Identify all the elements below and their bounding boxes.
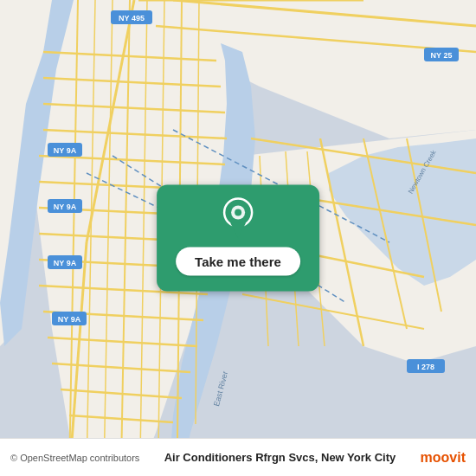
svg-text:NY 9A: NY 9A xyxy=(58,315,81,324)
bottom-bar: © OpenStreetMap contributors Air Conditi… xyxy=(0,438,476,476)
svg-text:NY 495: NY 495 xyxy=(119,14,145,23)
navigation-card[interactable]: Take me there xyxy=(157,185,319,292)
svg-text:NY 9A: NY 9A xyxy=(54,146,77,155)
navigation-overlay: Take me there xyxy=(157,185,319,292)
copyright-area: © OpenStreetMap contributors xyxy=(10,453,139,463)
map-container: NY 495 NY 9A NY 9A NY 9A NY 9A NY 25 I 2… xyxy=(0,0,476,476)
take-me-there-button[interactable]: Take me there xyxy=(176,248,300,276)
location-pin-icon xyxy=(221,197,255,239)
place-name: Air Conditioners Rfrgn Svcs, New York Ci… xyxy=(139,451,420,464)
svg-text:NY 9A: NY 9A xyxy=(54,203,77,211)
osm-copyright: © OpenStreetMap contributors xyxy=(10,453,139,463)
moovit-brand-text: moovit xyxy=(421,450,466,466)
svg-text:NY 9A: NY 9A xyxy=(54,259,77,267)
svg-text:I 278: I 278 xyxy=(417,363,434,371)
moovit-logo: moovit xyxy=(421,450,466,466)
svg-point-69 xyxy=(235,209,241,216)
svg-text:NY 25: NY 25 xyxy=(431,51,453,60)
svg-marker-68 xyxy=(230,223,246,239)
